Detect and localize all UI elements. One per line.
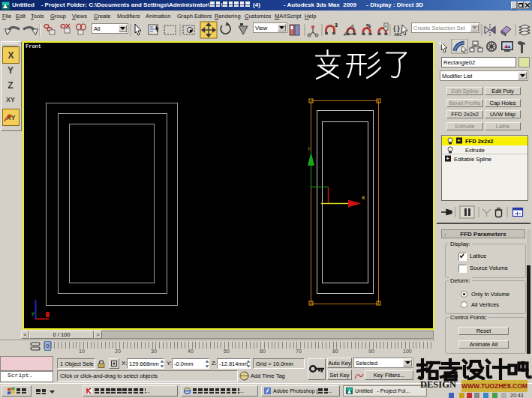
svg-text:{ }: { } (393, 25, 400, 32)
svg-text:3: 3 (335, 22, 338, 28)
svg-text:y: y (32, 310, 35, 316)
svg-text:+: + (446, 156, 449, 161)
svg-text:y: y (308, 145, 311, 151)
svg-text:x: x (362, 194, 365, 201)
svg-text:+: + (458, 138, 461, 143)
svg-text:ABC: ABC (394, 32, 402, 37)
svg-text:%: % (366, 23, 371, 28)
